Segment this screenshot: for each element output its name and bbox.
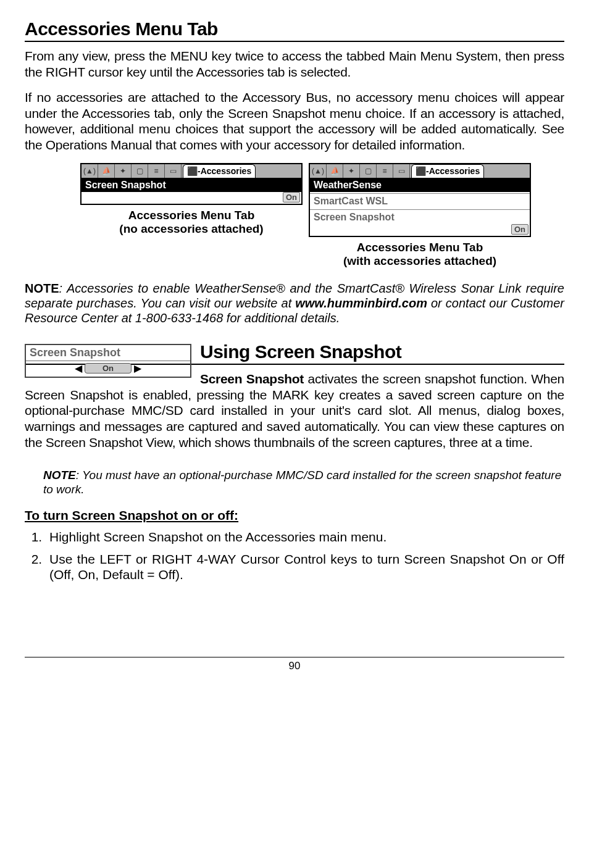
note-block: NOTE: You must have an optional-purchase…: [43, 469, 564, 497]
tab-sonar-icon: (▲): [310, 164, 327, 178]
plug-icon: ⬛-: [416, 166, 429, 176]
para-lead: Screen Snapshot: [200, 372, 304, 386]
paragraph: Screen Snapshot activates the screen sna…: [25, 371, 564, 450]
figure-caption: Accessories Menu Tab (with accessories a…: [309, 241, 531, 269]
figure-with-accessories: (▲) ⛵ ✦ ▢ ≡ ▭ ⬛- Accessories WeatherSens…: [309, 163, 531, 269]
tab-accessories-active: ⬛- Accessories: [411, 164, 484, 178]
note-text: : You must have an optional-purchase MMC…: [43, 469, 561, 496]
tab-row: (▲) ⛵ ✦ ▢ ≡ ▭ ⬛- Accessories: [81, 164, 301, 178]
figure-caption: Accessories Menu Tab (no accessories att…: [80, 209, 303, 237]
figure-screen-snapshot-control: Screen Snapshot ◀ On ▶: [25, 344, 191, 378]
note-lead: NOTE: [25, 282, 59, 295]
menu-box: (▲) ⛵ ✦ ▢ ≡ ▭ ⬛- Accessories WeatherSens…: [309, 163, 531, 237]
tab-chart-icon: ✦: [115, 164, 132, 178]
page-footer: 90: [25, 657, 564, 672]
note-lead: NOTE: [43, 469, 76, 482]
tab-chart-icon: ✦: [343, 164, 360, 178]
heading-accessories-menu-tab: Accessories Menu Tab: [25, 19, 564, 40]
plug-icon: ⬛-: [187, 166, 201, 176]
tab-views-icon: ▭: [393, 164, 410, 178]
menu-value: On: [283, 192, 300, 202]
menu-item-screen-snapshot: Screen Snapshot: [81, 178, 301, 192]
tab-views-icon: ▭: [165, 164, 182, 178]
tab-nav-icon: ⛵: [327, 164, 343, 178]
figure-no-accessories: (▲) ⛵ ✦ ▢ ≡ ▭ ⬛- Accessories Screen Snap…: [80, 163, 303, 237]
menu-item-screen-snapshot: Screen Snapshot: [310, 209, 530, 224]
tab-sonar-icon: (▲): [81, 164, 98, 178]
menu-value: On: [511, 224, 528, 235]
menu-item-smartcast: SmartCast WSL: [310, 193, 530, 208]
control-label: Screen Snapshot: [26, 345, 190, 361]
menu-box: (▲) ⛵ ✦ ▢ ≡ ▭ ⬛- Accessories Screen Snap…: [80, 163, 303, 205]
step-item: Highlight Screen Snapshot on the Accesso…: [46, 529, 564, 545]
tab-alarms-icon: ▢: [132, 164, 148, 178]
menu-value-row: On: [81, 192, 301, 204]
divider: [25, 41, 564, 42]
control-value: On: [85, 363, 132, 373]
section-using-screen-snapshot: Screen Snapshot ◀ On ▶ Using Screen Snap…: [25, 341, 564, 582]
tab-row: (▲) ⛵ ✦ ▢ ≡ ▭ ⬛- Accessories: [310, 164, 530, 178]
menu-item-weathersense: WeatherSense: [310, 178, 530, 192]
tab-setup-icon: ≡: [377, 164, 393, 178]
arrow-left-icon: ◀: [72, 362, 85, 374]
tab-label: Accessories: [429, 166, 480, 176]
paragraph: If no accessories are attached to the Ac…: [25, 90, 564, 152]
note-block: NOTE: Accessories to enable WeatherSense…: [25, 281, 564, 325]
tab-nav-icon: ⛵: [98, 164, 115, 178]
steps-list: Highlight Screen Snapshot on the Accesso…: [46, 529, 564, 583]
step-item: Use the LEFT or RIGHT 4-WAY Cursor Contr…: [46, 551, 564, 583]
control-row: ◀ On ▶: [26, 361, 190, 377]
paragraph: From any view, press the MENU key twice …: [25, 48, 564, 80]
figures-row: (▲) ⛵ ✦ ▢ ≡ ▭ ⬛- Accessories Screen Snap…: [25, 163, 564, 269]
note-url: www.humminbird.com: [295, 296, 427, 310]
tab-label: Accessories: [201, 166, 252, 176]
arrow-right-icon: ▶: [132, 362, 144, 374]
steps-heading: To turn Screen Snapshot on or off:: [25, 508, 564, 523]
page-number: 90: [289, 660, 301, 672]
menu-value-row: On: [310, 224, 530, 236]
tab-setup-icon: ≡: [148, 164, 165, 178]
tab-accessories-active: ⬛- Accessories: [183, 164, 256, 178]
tab-alarms-icon: ▢: [360, 164, 377, 178]
control-box: Screen Snapshot ◀ On ▶: [25, 344, 191, 378]
